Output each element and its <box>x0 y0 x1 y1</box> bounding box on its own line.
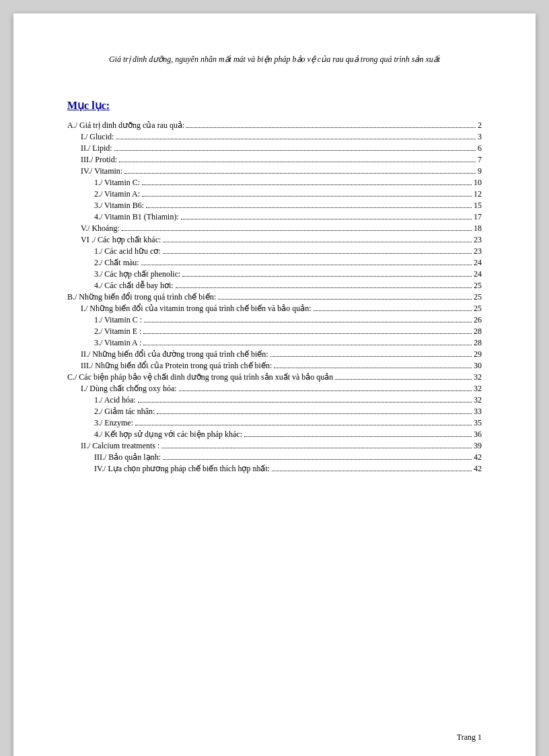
toc-entry-dots <box>163 253 472 254</box>
toc-entry-page: 17 <box>474 213 482 221</box>
toc-entry-text: 3./ Vitamin A : <box>94 339 141 347</box>
toc-entry-text: III./ Bảo quản lạnh: <box>94 453 161 461</box>
toc-entry-page: 15 <box>474 201 482 209</box>
page-header: Giá trị dinh dưỡng, nguyên nhân mất mát … <box>67 54 482 65</box>
toc-entry-text: 2./ Vitamin E : <box>94 327 141 335</box>
toc-entry-text: 3./ Enzyme: <box>94 419 133 427</box>
toc-entry-dots <box>314 310 472 311</box>
toc-container: A./ Giá trị dinh dưỡng của rau quả:2I./ … <box>67 121 482 473</box>
toc-entry: 3./ Vitamin A :28 <box>67 339 482 347</box>
toc-entry-page: 6 <box>478 144 482 152</box>
toc-entry-text: III./ Những biến đổi của Protein trong q… <box>81 362 272 370</box>
toc-entry-text: 4./ Vitamin B1 (Thiamin): <box>94 213 179 221</box>
toc-entry-page: 42 <box>474 465 482 473</box>
toc-entry: 2./ Giảm tác nhân:33 <box>67 407 482 415</box>
toc-entry-dots <box>124 173 476 174</box>
toc-entry: 2./ Chất màu:24 <box>67 259 482 267</box>
toc-entry: 3./ Vitamin B6:15 <box>67 201 482 209</box>
toc-entry-dots <box>142 196 472 197</box>
toc-entry-dots <box>143 345 472 345</box>
toc-entry-text: 3./ Các hợp chất phenolic: <box>94 270 180 278</box>
toc-entry: II./ Những biến đổi của đường trong quá … <box>67 350 482 358</box>
toc-entry-page: 32 <box>474 396 482 404</box>
toc-entry-dots <box>138 402 472 403</box>
toc-title: Mục lục: <box>67 99 482 112</box>
toc-entry-text: 1./ Các acid hữu cơ: <box>94 247 161 255</box>
toc-entry-page: 18 <box>474 224 482 232</box>
toc-entry-dots <box>135 425 472 425</box>
toc-entry: 4./ Các chất dễ bay hơi:25 <box>67 281 482 289</box>
toc-entry-dots <box>179 390 472 391</box>
toc-entry-text: III./ Protid: <box>81 156 117 164</box>
toc-entry-page: 32 <box>474 384 482 392</box>
toc-entry: 1./ Vitamin C :26 <box>67 316 482 324</box>
toc-entry-dots <box>186 127 476 128</box>
toc-entry: II./ Lipid:6 <box>67 144 482 152</box>
toc-entry-page: 39 <box>474 442 482 450</box>
toc-entry-page: 24 <box>474 259 482 267</box>
toc-entry-dots <box>144 322 472 322</box>
toc-entry-text: V./ Khoáng: <box>81 224 120 232</box>
toc-entry: B./ Những biến đổi trong quá trình chế b… <box>67 293 482 301</box>
toc-entry-text: I./ Những biến đổi của vitamin trong quá… <box>81 304 312 312</box>
toc-entry-page: 24 <box>474 270 482 278</box>
toc-entry-text: IV./ Vitamin: <box>81 167 122 175</box>
toc-entry-text: II./ Lipid: <box>81 144 112 152</box>
toc-entry: III./ Protid:7 <box>67 156 482 164</box>
toc-entry: V./ Khoáng:18 <box>67 224 482 232</box>
toc-entry-dots <box>272 471 472 471</box>
toc-entry-text: IV./ Lựa chọn phương pháp chế biến thích… <box>94 465 270 473</box>
toc-entry-page: 28 <box>474 339 482 347</box>
page: Giá trị dinh dưỡng, nguyên nhân mất mát … <box>13 13 536 756</box>
toc-entry-text: 1./ Vitamin C : <box>94 316 142 324</box>
toc-entry: 2./ Vitamin E :28 <box>67 327 482 335</box>
toc-entry-page: 26 <box>474 316 482 324</box>
toc-entry: VI ./ Các hợp chất khác:23 <box>67 236 482 244</box>
toc-entry-text: II./ Calcium treatments : <box>81 442 159 450</box>
toc-entry-text: II./ Những biến đổi của đường trong quá … <box>81 350 268 358</box>
toc-entry-dots <box>114 150 476 151</box>
toc-entry-dots <box>143 333 472 334</box>
toc-entry: 3./ Enzyme:35 <box>67 419 482 427</box>
toc-entry: II./ Calcium treatments :39 <box>67 442 482 450</box>
toc-entry: I./ Glucid:3 <box>67 133 482 141</box>
toc-entry-text: C./ Các biện pháp bảo vệ chất dinh dưỡng… <box>67 373 333 381</box>
toc-entry-page: 25 <box>474 281 482 289</box>
toc-entry-dots <box>122 230 472 231</box>
toc-entry-text: 3./ Vitamin B6: <box>94 201 144 209</box>
toc-entry-text: 1./ Vitamin C: <box>94 178 140 186</box>
toc-entry-dots <box>163 459 472 460</box>
toc-entry-text: A./ Giá trị dinh dưỡng của rau quả: <box>67 121 184 129</box>
toc-entry-text: 2./ Chất màu: <box>94 259 139 267</box>
toc-entry-dots <box>116 139 476 139</box>
header-text: Giá trị dinh dưỡng, nguyên nhân mất mát … <box>109 55 440 64</box>
toc-entry-dots <box>182 276 472 277</box>
toc-entry: 2./ Vitamin A:12 <box>67 190 482 198</box>
toc-entry-text: 2./ Vitamin A: <box>94 190 140 198</box>
toc-entry-text: 1./ Acid hóa: <box>94 396 136 404</box>
toc-entry: III./ Bảo quản lạnh:42 <box>67 453 482 461</box>
toc-entry-dots <box>176 287 472 288</box>
toc-entry-dots <box>270 356 472 357</box>
toc-entry-dots <box>119 162 476 162</box>
toc-entry: 1./ Vitamin C:10 <box>67 178 482 186</box>
toc-entry-text: VI ./ Các hợp chất khác: <box>81 236 161 244</box>
toc-entry-page: 29 <box>474 350 482 358</box>
toc-entry-dots <box>142 184 472 185</box>
toc-entry-text: I./ Glucid: <box>81 133 114 141</box>
toc-entry: IV./ Lựa chọn phương pháp chế biến thích… <box>67 465 482 473</box>
toc-entry: 1./ Các acid hữu cơ:23 <box>67 247 482 255</box>
toc-entry: C./ Các biện pháp bảo vệ chất dinh dưỡng… <box>67 373 482 381</box>
toc-entry: III./ Những biến đổi của Protein trong q… <box>67 362 482 370</box>
toc-entry-dots <box>244 436 472 437</box>
toc-entry-page: 35 <box>474 419 482 427</box>
toc-entry: I./ Những biến đổi của vitamin trong quá… <box>67 304 482 312</box>
toc-entry-dots <box>157 413 472 414</box>
page-footer: Trang 1 <box>457 732 482 743</box>
toc-entry-page: 2 <box>478 121 482 129</box>
toc-entry-text: 4./ Kết hợp sử dụng với các biện pháp kh… <box>94 430 242 438</box>
toc-entry-dots <box>146 207 472 208</box>
toc-entry-page: 33 <box>474 407 482 415</box>
toc-entry-page: 9 <box>478 167 482 175</box>
toc-entry-page: 32 <box>474 373 482 381</box>
